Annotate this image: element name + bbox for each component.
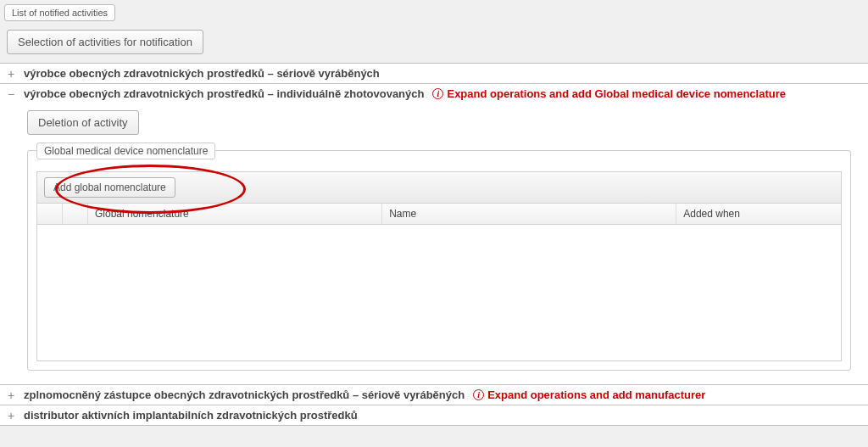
table-header-spacer — [37, 204, 63, 224]
nomenclature-toolbar: Add global nomenclature — [36, 171, 842, 204]
column-added-when[interactable]: Added when — [676, 204, 841, 224]
table-body-empty — [37, 225, 841, 360]
plus-icon[interactable]: + — [5, 410, 17, 422]
accordion-label: výrobce obecných zdravotnických prostřed… — [24, 87, 424, 100]
activities-accordion: + výrobce obecných zdravotnických prostř… — [0, 63, 868, 426]
column-name[interactable]: Name — [382, 204, 676, 224]
warning-icon: i — [473, 389, 484, 400]
delete-activity-button[interactable]: Deletion of activity — [27, 110, 139, 135]
plus-icon[interactable]: + — [5, 389, 17, 401]
add-global-nomenclature-button[interactable]: Add global nomenclature — [44, 177, 175, 198]
accordion-row-serial-manufacturer[interactable]: + výrobce obecných zdravotnických prostř… — [0, 63, 868, 83]
accordion-label: zplnomocněný zástupce obecných zdravotni… — [24, 388, 465, 401]
accordion-row-distributor[interactable]: + distributor aktivních implantabilních … — [0, 405, 868, 426]
button-label: Add global nomenclature — [53, 182, 166, 193]
accordion-label: výrobce obecných zdravotnických prostřed… — [24, 67, 380, 80]
accordion-row-individual-manufacturer[interactable]: − výrobce obecných zdravotnických prostř… — [0, 83, 868, 103]
column-global-nomenclature[interactable]: Global nomenclature — [88, 204, 382, 224]
nomenclature-table: Global nomenclature Name Added when — [36, 204, 842, 361]
table-header-spacer — [63, 204, 88, 224]
tab-label: List of notified activities — [12, 8, 108, 18]
main-toolbar: Selection of activities for notification — [0, 21, 868, 63]
fieldset-legend: Global medical device nomenclature — [36, 142, 215, 159]
table-header: Global nomenclature Name Added when — [37, 204, 841, 225]
accordion-row-authorized-rep[interactable]: + zplnomocněný zástupce obecných zdravot… — [0, 384, 868, 405]
activity-panel: Deletion of activity Global medical devi… — [0, 103, 868, 384]
warning-text: Expand operations and add Global medical… — [447, 87, 786, 100]
accordion-label: distributor aktivních implantabilních zd… — [24, 409, 358, 422]
warning-text: Expand operations and add manufacturer — [487, 388, 705, 401]
minus-icon[interactable]: − — [5, 88, 17, 100]
tab-list-notified[interactable]: List of notified activities — [4, 4, 115, 21]
button-label: Selection of activities for notification — [18, 36, 192, 48]
button-label: Deletion of activity — [38, 116, 128, 129]
plus-icon[interactable]: + — [5, 68, 17, 80]
warning-icon: i — [432, 88, 443, 99]
selection-activities-button[interactable]: Selection of activities for notification — [7, 30, 203, 54]
nomenclature-fieldset: Global medical device nomenclature Add g… — [27, 150, 851, 371]
